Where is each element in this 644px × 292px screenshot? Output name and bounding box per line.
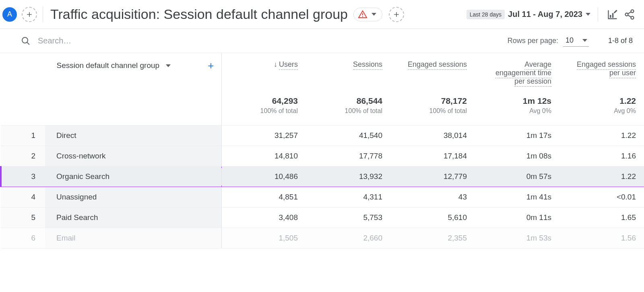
- metric-cell: 41,540: [306, 125, 390, 146]
- dimension-header[interactable]: Session default channel group +: [45, 53, 221, 93]
- row-number: 4: [1, 187, 45, 208]
- metric-cell: 1.56: [559, 228, 644, 249]
- row-number: 5: [1, 208, 45, 228]
- row-number: 6: [1, 228, 45, 249]
- search-icon: [21, 36, 31, 46]
- metric-cell: 1.16: [559, 146, 644, 167]
- row-number: 3: [1, 167, 45, 187]
- metric-cell: <0.01: [559, 187, 644, 208]
- metric-cell: 2,660: [306, 228, 390, 249]
- report-header: A Traffic acquisition: Session default c…: [0, 0, 644, 29]
- date-badge: Last 28 days: [466, 10, 505, 19]
- add-comparison-button[interactable]: [389, 7, 404, 22]
- metric-cell: 4,851: [221, 187, 306, 208]
- metric-cell: 0m 11s: [475, 208, 559, 228]
- total-cell: 86,544 100% of total: [306, 93, 390, 125]
- total-cell: 78,172 100% of total: [390, 93, 475, 125]
- metric-cell: 0m 57s: [475, 167, 559, 187]
- table-row[interactable]: 6Email1,5052,6602,3551m 53s1.56: [1, 228, 644, 249]
- metric-cell: 43: [390, 187, 475, 208]
- add-dimension-button[interactable]: +: [208, 60, 214, 71]
- chevron-down-icon: [586, 13, 590, 16]
- pagination-info: 1-8 of 8: [608, 37, 633, 45]
- metric-cell: 1m 17s: [475, 125, 559, 146]
- metric-label: Users: [279, 60, 298, 70]
- column-header-avg-engagement-time[interactable]: Average engagement time per session: [475, 53, 559, 93]
- plus-icon: [392, 10, 400, 19]
- svg-line-7: [628, 12, 631, 14]
- table-row[interactable]: 3Organic Search10,48613,93212,7790m 57s1…: [1, 167, 644, 187]
- chevron-down-icon: [166, 64, 171, 67]
- column-header-engaged-sessions-per-user[interactable]: Engaged sessions per user: [559, 53, 644, 93]
- metric-cell: 38,014: [390, 125, 475, 146]
- customize-report-button[interactable]: [605, 7, 620, 22]
- metric-label: Average engagement time per session: [495, 60, 551, 87]
- dimension-cell[interactable]: Unassigned: [45, 187, 221, 208]
- avatar[interactable]: A: [2, 7, 17, 22]
- metric-cell: 12,779: [390, 167, 475, 187]
- svg-rect-2: [610, 15, 611, 18]
- share-icon: [624, 9, 635, 20]
- metric-cell: 1.65: [559, 208, 644, 228]
- search-input[interactable]: [37, 36, 198, 46]
- header-divider: [598, 7, 598, 22]
- date-range-text: Jul 11 - Aug 7, 2023: [508, 10, 582, 19]
- chevron-down-icon: [372, 13, 376, 16]
- date-range-picker[interactable]: Last 28 days Jul 11 - Aug 7, 2023: [466, 10, 590, 19]
- metric-cell: 1.22: [559, 125, 644, 146]
- chevron-down-icon: [582, 39, 587, 42]
- metric-cell: 1,505: [221, 228, 306, 249]
- data-quality-chip[interactable]: [353, 8, 382, 21]
- metric-cell: 17,184: [390, 146, 475, 167]
- dimension-label: Session default channel group: [57, 61, 160, 70]
- avatar-letter: A: [7, 10, 12, 19]
- svg-rect-1: [362, 16, 363, 17]
- dimension-cell[interactable]: Paid Search: [45, 208, 221, 228]
- metric-cell: 2,355: [390, 228, 475, 249]
- sort-desc-icon: ↓: [274, 60, 277, 68]
- column-header-engaged-sessions[interactable]: Engaged sessions: [390, 53, 475, 93]
- chart-edit-icon: [607, 9, 618, 20]
- metric-cell: 17,778: [306, 146, 390, 167]
- table-header-row: Session default channel group + ↓Users S…: [1, 53, 644, 93]
- add-segment-button[interactable]: [22, 7, 37, 22]
- table-row[interactable]: 1Direct31,25741,54038,0141m 17s1.22: [1, 125, 644, 146]
- table-row[interactable]: 5Paid Search3,4085,7535,6100m 11s1.65: [1, 208, 644, 228]
- svg-point-6: [631, 16, 634, 19]
- metric-cell: 14,810: [221, 146, 306, 167]
- metric-cell: 1m 41s: [475, 187, 559, 208]
- svg-rect-0: [362, 13, 363, 15]
- dimension-cell[interactable]: Direct: [45, 125, 221, 146]
- rows-per-page-select[interactable]: 10: [563, 35, 589, 47]
- metric-cell: 5,753: [306, 208, 390, 228]
- data-table: Session default channel group + ↓Users S…: [0, 53, 644, 249]
- total-cell: 64,293 100% of total: [221, 93, 306, 125]
- dimension-cell[interactable]: Cross-network: [45, 146, 221, 167]
- dimension-cell[interactable]: Organic Search: [45, 167, 221, 187]
- table-row[interactable]: 4Unassigned4,8514,311431m 41s<0.01: [1, 187, 644, 208]
- plus-icon: [25, 10, 33, 19]
- svg-point-5: [625, 13, 628, 16]
- page-title: Traffic acquisition: Session default cha…: [50, 6, 348, 22]
- row-number: 1: [1, 125, 45, 146]
- row-number: 2: [1, 146, 45, 167]
- column-header-users[interactable]: ↓Users: [221, 53, 306, 93]
- metric-cell: 4,311: [306, 187, 390, 208]
- metric-cell: 5,610: [390, 208, 475, 228]
- dimension-cell[interactable]: Email: [45, 228, 221, 249]
- share-button[interactable]: [622, 7, 637, 22]
- metric-cell: 10,486: [221, 167, 306, 187]
- metric-label: Engaged sessions: [408, 60, 467, 70]
- header-divider: [43, 6, 43, 23]
- table-row[interactable]: 2Cross-network14,81017,77817,1841m 08s1.…: [1, 146, 644, 167]
- metric-cell: 1m 08s: [475, 146, 559, 167]
- warning-icon: [358, 10, 367, 19]
- metric-cell: 1m 53s: [475, 228, 559, 249]
- rows-per-page-value: 10: [566, 36, 574, 45]
- metric-label: Sessions: [353, 60, 382, 70]
- metric-label: Engaged sessions per user: [577, 60, 636, 78]
- metric-cell: 13,932: [306, 167, 390, 187]
- column-header-sessions[interactable]: Sessions: [306, 53, 390, 93]
- metric-cell: 1.22: [559, 167, 644, 187]
- rows-per-page-label: Rows per page:: [508, 37, 558, 45]
